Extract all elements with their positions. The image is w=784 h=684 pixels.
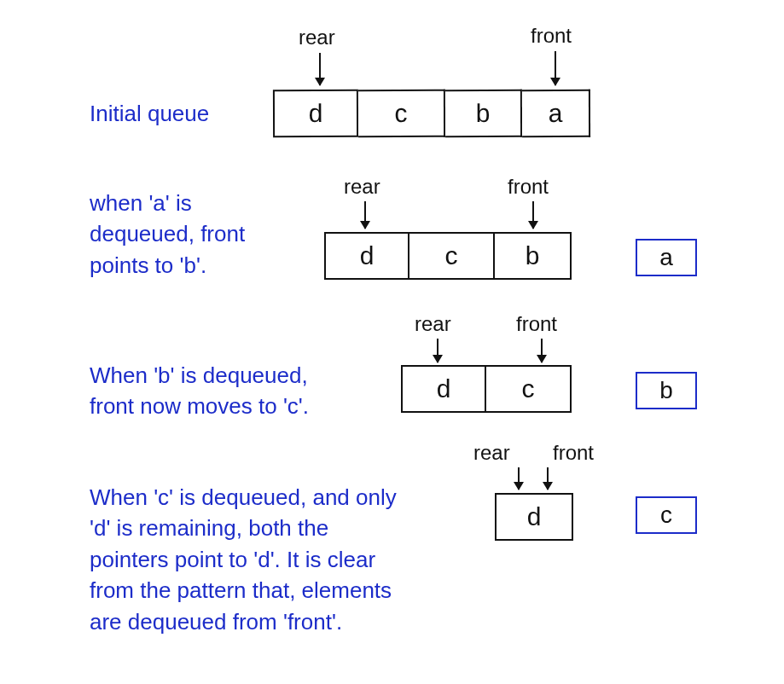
queue-cell: c — [486, 365, 572, 413]
step2-rear-arrow — [364, 201, 366, 229]
step3-caption: When 'b' is dequeued, front now moves to… — [90, 360, 309, 422]
step4-caption: When 'c' is dequeued, and only 'd' is re… — [90, 482, 397, 637]
queue-cell: c — [409, 232, 495, 280]
step3-queue: d c — [401, 365, 572, 413]
step1-caption: Initial queue — [90, 98, 209, 129]
queue-cell: c — [358, 90, 445, 137]
step1-front-arrow — [555, 51, 556, 85]
queue-cell: b — [445, 90, 522, 137]
queue-cell: a — [522, 90, 590, 137]
step4-dequeued-box: c — [636, 496, 697, 534]
step3-front-arrow — [541, 339, 543, 362]
step1-queue: d c b a — [273, 90, 590, 137]
queue-cell: d — [273, 90, 358, 137]
step4-rear-label: rear — [473, 441, 510, 465]
step3-rear-label: rear — [415, 312, 451, 336]
step2-dequeued-box: a — [636, 239, 697, 276]
step3-rear-arrow — [437, 339, 438, 362]
queue-cell: d — [324, 232, 409, 280]
step4-front-arrow — [547, 467, 549, 490]
queue-cell: d — [495, 493, 573, 541]
step4-queue: d — [495, 493, 573, 541]
step2-front-arrow — [532, 201, 534, 229]
step3-front-label: front — [516, 312, 557, 336]
step4-front-label: front — [553, 441, 594, 465]
step1-front-label: front — [531, 24, 572, 48]
queue-cell: b — [495, 232, 572, 280]
step1-rear-label: rear — [299, 26, 335, 49]
step3-dequeued-box: b — [636, 372, 697, 409]
step2-caption: when 'a' is dequeued, front points to 'b… — [90, 188, 245, 281]
step2-front-label: front — [508, 175, 549, 199]
step2-queue: d c b — [324, 232, 572, 280]
step1-rear-arrow — [319, 53, 321, 85]
step2-rear-label: rear — [344, 175, 380, 199]
step4-rear-arrow — [518, 467, 520, 490]
queue-cell: d — [401, 365, 486, 413]
